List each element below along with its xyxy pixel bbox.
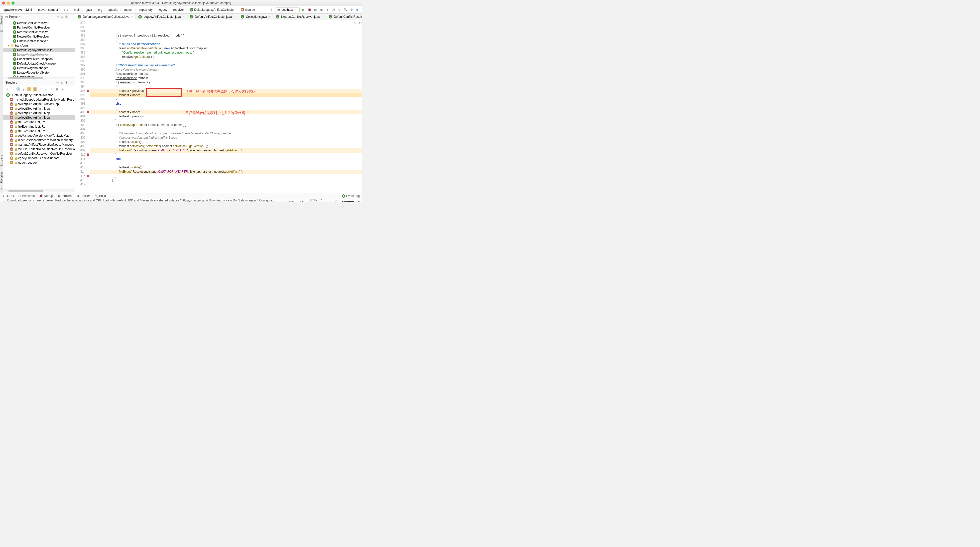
line-separator[interactable]: CRLF [299, 200, 306, 202]
debug-button[interactable]: 🐞 [307, 8, 312, 12]
code-line[interactable]: // TODO add better exception [92, 42, 362, 46]
gutter-line[interactable]: 383 [75, 38, 86, 42]
breakpoint-icon[interactable] [87, 174, 89, 177]
structure-item[interactable]: m🔒 fireEvent(int, List, Re [3, 120, 75, 124]
gutter[interactable]: 3793803813823833843853863873883893903913… [75, 20, 90, 193]
code-line[interactable]: } [92, 119, 362, 123]
bottom-tool-terminal[interactable]: ▣ Terminal [57, 194, 72, 198]
breadcrumb-item[interactable]: maven-compat [37, 8, 59, 11]
gutter-line[interactable]: 394 [75, 84, 86, 89]
code-line[interactable]: fireEvent( ResolutionListener.OMIT_FOR_N… [90, 148, 362, 153]
bottom-tool-debug[interactable]: 🐞 Debug [39, 194, 52, 198]
structure-item[interactable]: m🔒 recurse(ArtifactResolutionResult, Res… [3, 147, 75, 151]
gutter-line[interactable]: 387 [75, 55, 86, 59]
filter-p-icon[interactable]: p [22, 87, 26, 91]
gutter-line[interactable]: 380 [75, 25, 86, 29]
project-scrollbar[interactable] [3, 76, 75, 79]
code-line[interactable]: ResolutionNode farthest; [92, 76, 362, 80]
gutter-line[interactable]: 416 [75, 178, 86, 182]
bottom-tool-todo[interactable]: ≡ TODO [3, 194, 14, 198]
breadcrumb-item[interactable]: legacy [158, 8, 169, 11]
code-line[interactable]: // nearest version, but farthest artifac… [92, 136, 362, 140]
filter-f-icon[interactable]: f [27, 87, 31, 91]
code-line[interactable]: else [92, 157, 362, 161]
caret-position[interactable]: 396:45 [286, 200, 295, 202]
gutter-line[interactable]: 395 [75, 89, 86, 93]
structure-item[interactable]: f🔒 logger: Logger [3, 160, 75, 165]
bottom-tool-problems[interactable]: ⊘ Problems [18, 194, 35, 198]
code-line[interactable]: // previous one is more dominant [92, 68, 362, 72]
graph-icon[interactable]: ⫚ [38, 87, 42, 91]
structure-root[interactable]: CᵇDefaultLegacyArtifactCollector [3, 93, 75, 97]
maximize-window-button[interactable] [11, 2, 14, 5]
gutter-line[interactable]: 393 [75, 80, 86, 84]
close-tab-icon[interactable]: × [321, 15, 323, 18]
code-line[interactable]: { [92, 84, 362, 89]
code-line[interactable]: { [92, 106, 362, 110]
tree-item[interactable]: COldestConflictResolver [3, 39, 75, 43]
close-tab-icon[interactable]: × [183, 15, 184, 18]
gutter-line[interactable]: 413 [75, 165, 86, 170]
code-line[interactable]: farthest.disable(); [92, 165, 362, 170]
code-line[interactable]: farthest.getArtifact().setVersion( neare… [92, 144, 362, 148]
tree-item[interactable]: CChecksumFailedException [3, 57, 75, 61]
editor-tab[interactable]: CDefaultLegacyArtifactCollector.java× [75, 14, 136, 20]
gutter-line[interactable]: 410 [75, 153, 86, 157]
code-line[interactable]: // TODO should this be part of mediation… [92, 63, 362, 68]
gutter-line[interactable]: 414 [75, 170, 86, 174]
gutter-line[interactable]: 386 [75, 51, 86, 55]
code-line[interactable]: } [92, 97, 362, 101]
structure-item[interactable]: m🔒 collect(Set, Artifact, Map [3, 106, 75, 111]
gutter-line[interactable]: 392 [75, 76, 86, 80]
group-icon[interactable]: ▦ [55, 87, 59, 91]
code-line[interactable]: if ( resolved == previous ) [92, 80, 362, 84]
filter-i-icon[interactable]: I [16, 87, 20, 91]
breadcrumb-item[interactable]: maven [123, 8, 134, 11]
gutter-line[interactable]: 402 [75, 119, 86, 123]
expand-icon[interactable]: ⊕ [60, 15, 63, 19]
gutter-line[interactable]: 412 [75, 161, 86, 165]
code-line[interactable]: { [92, 38, 362, 42]
tree-item[interactable]: CLegacyRepositorySystem [3, 70, 75, 75]
code-line[interactable]: else [92, 101, 362, 106]
breadcrumb-item[interactable]: java [86, 8, 93, 11]
run-anything-button[interactable]: ▶ [355, 8, 360, 12]
code-line[interactable]: if ( ( resolved != previous ) && ( resol… [92, 33, 362, 38]
breadcrumb-item[interactable]: apache [107, 8, 119, 11]
expand-icon[interactable]: ⊕ [60, 81, 63, 84]
structure-item[interactable]: m checkScopeUpdate(ResolutionNode, Reso [3, 97, 75, 102]
breakpoint-icon[interactable] [87, 154, 89, 156]
structure-item[interactable]: m🔒 fireEvent(int, List, Re [3, 124, 75, 129]
tree-item[interactable]: CDefaultConflictResolver [3, 21, 75, 25]
status-icon[interactable]: ▢ [3, 200, 5, 202]
gutter-line[interactable]: 379 [75, 21, 86, 25]
indent-setting[interactable]: 4 spaces [321, 199, 331, 202]
tree-item[interactable]: CDefaultUpdateCheckManager [3, 61, 75, 66]
build-button[interactable]: ⬇︎ [270, 8, 274, 12]
structure-item[interactable]: m🔒 collect(Set, Artifact, Map [3, 115, 75, 120]
more-icon[interactable]: ▸ [60, 87, 64, 91]
gutter-line[interactable]: 384 [75, 42, 86, 46]
file-encoding[interactable]: UTF-8 [310, 199, 317, 202]
collapse-icon[interactable]: ⇥ [56, 15, 59, 19]
code-content[interactable]: ⚠41 ⨯3 ⌃⌄ if ( ( resolved != previous ) … [90, 20, 362, 193]
settings-icon[interactable]: ⚙ [65, 81, 68, 84]
breadcrumb-item[interactable]: main [73, 8, 81, 11]
tree-item[interactable]: CDefaultWagonManager [3, 66, 75, 70]
gutter-line[interactable]: 396 [75, 93, 86, 97]
breadcrumb-item[interactable]: repository [138, 8, 154, 11]
code-line[interactable]: farthest = node; [90, 93, 362, 97]
tree-item[interactable]: CFarthestConflictResolver [3, 25, 75, 30]
gutter-line[interactable]: 406 [75, 136, 86, 140]
circle-icon[interactable]: ○ [44, 87, 48, 91]
stop-button[interactable]: ■ [325, 8, 330, 12]
left-tab-structure[interactable]: Structure [0, 154, 3, 167]
status-indicator[interactable] [358, 201, 360, 203]
code-line[interactable]: } [92, 59, 362, 63]
gutter-line[interactable]: 398 [75, 101, 86, 106]
project-tree[interactable]: CDefaultConflictResolverCFarthestConflic… [3, 20, 75, 76]
lock-icon[interactable]: 🔒 [33, 87, 37, 91]
structure-item[interactable]: m🔒 injectSession(ArtifactResolutionReque… [3, 138, 75, 143]
code-line[interactable]: // if we need to update artifactScope of… [92, 132, 362, 136]
gutter-line[interactable]: 401 [75, 114, 86, 119]
